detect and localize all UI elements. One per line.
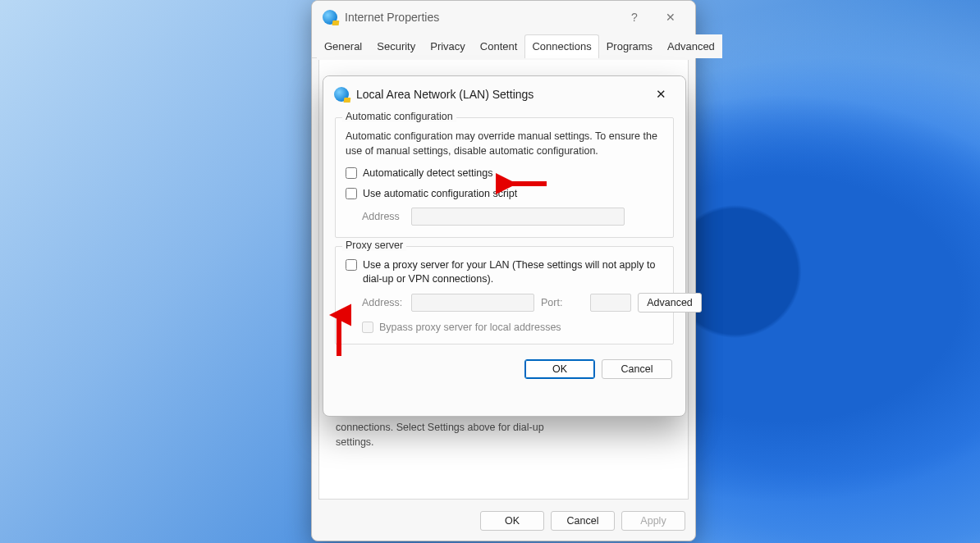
internet-properties-title: Internet Properties [345, 11, 616, 24]
tabs-row: General Security Privacy Content Connect… [312, 34, 695, 58]
automatic-configuration-legend: Automatic configuration [342, 111, 456, 122]
ok-button[interactable]: OK [480, 511, 544, 531]
tab-programs[interactable]: Programs [599, 34, 660, 58]
help-button[interactable]: ? [616, 5, 653, 30]
auto-detect-checkbox-row[interactable]: Automatically detect settings [346, 167, 663, 180]
lan-title: Local Area Network (LAN) Settings [356, 88, 643, 101]
script-address-label: Address [362, 211, 405, 222]
use-proxy-label: Use a proxy server for your LAN (These s… [363, 258, 663, 286]
lan-section-text: connections. Select Settings above for d… [336, 421, 582, 449]
proxy-port-input[interactable] [590, 294, 631, 312]
cancel-button[interactable]: Cancel [551, 511, 615, 531]
tab-security[interactable]: Security [369, 34, 423, 58]
advanced-button[interactable]: Advanced [638, 293, 702, 313]
tab-privacy[interactable]: Privacy [423, 34, 473, 58]
proxy-port-label: Port: [541, 297, 584, 308]
bypass-local-label: Bypass proxy server for local addresses [379, 321, 663, 335]
use-script-checkbox-row[interactable]: Use automatic configuration script [346, 187, 663, 201]
script-address-field: Address [362, 208, 663, 226]
internet-properties-titlebar: Internet Properties ? ✕ [312, 1, 695, 34]
lan-titlebar: Local Area Network (LAN) Settings ✕ [323, 76, 685, 112]
proxy-server-group: Proxy server Use a proxy server for your… [335, 246, 674, 345]
close-button[interactable]: ✕ [643, 82, 679, 107]
tab-general[interactable]: General [317, 34, 369, 58]
apply-button[interactable]: Apply [621, 511, 685, 531]
ok-button[interactable]: OK [524, 359, 595, 379]
automatic-configuration-desc: Automatic configuration may override man… [346, 130, 663, 158]
tab-connections[interactable]: Connections [524, 34, 598, 58]
use-script-checkbox[interactable] [346, 188, 357, 199]
tab-advanced[interactable]: Advanced [660, 34, 722, 58]
use-proxy-checkbox[interactable] [346, 259, 357, 271]
internet-properties-buttons: OK Cancel Apply [480, 511, 685, 531]
auto-detect-checkbox[interactable] [346, 167, 357, 179]
bypass-local-checkbox[interactable] [362, 322, 373, 333]
close-button[interactable]: ✕ [653, 5, 689, 30]
lan-settings-dialog: Local Area Network (LAN) Settings ✕ Auto… [323, 75, 686, 417]
cancel-button[interactable]: Cancel [602, 359, 672, 379]
internet-options-icon [322, 9, 338, 25]
proxy-address-port-row: Address: Port: Advanced [362, 293, 663, 313]
proxy-address-input[interactable] [411, 294, 534, 312]
use-script-label: Use automatic configuration script [363, 187, 663, 201]
internet-options-icon [333, 86, 350, 103]
script-address-input[interactable] [411, 208, 625, 226]
use-proxy-checkbox-row[interactable]: Use a proxy server for your LAN (These s… [346, 258, 663, 286]
lan-dialog-buttons: OK Cancel [323, 353, 685, 390]
bypass-local-checkbox-row[interactable]: Bypass proxy server for local addresses [362, 321, 663, 335]
automatic-configuration-group: Automatic configuration Automatic config… [335, 117, 674, 238]
tab-content[interactable]: Content [473, 34, 525, 58]
proxy-server-legend: Proxy server [342, 240, 406, 251]
auto-detect-label: Automatically detect settings [363, 167, 663, 180]
proxy-address-label: Address: [362, 297, 405, 308]
